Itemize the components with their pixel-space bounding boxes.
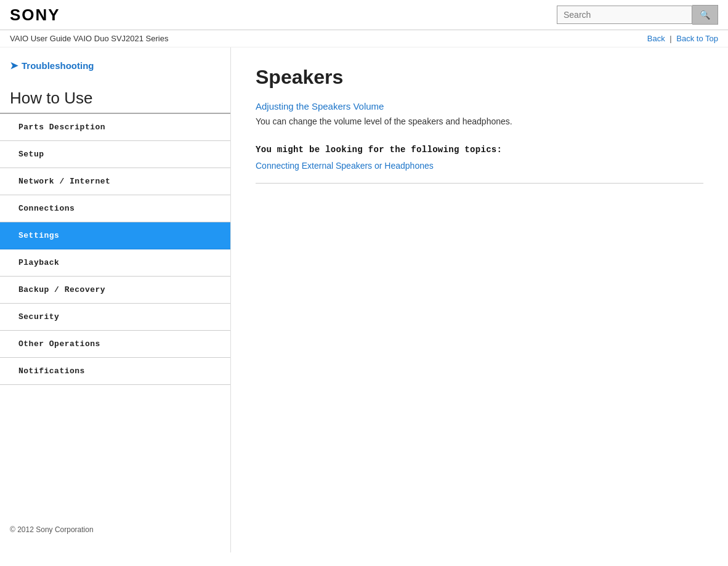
page-title: Speakers: [256, 66, 703, 89]
content-divider: [256, 183, 703, 184]
sidebar-item-notifications[interactable]: Notifications: [0, 358, 230, 385]
back-to-top-link[interactable]: Back to Top: [676, 34, 718, 43]
sidebar-item-parts-description[interactable]: Parts Description: [0, 114, 230, 141]
related-topics-label: You might be looking for the following t…: [256, 145, 703, 155]
sidebar-footer: © 2012 Sony Corporation: [0, 513, 230, 540]
sidebar: ➤ Troubleshooting How to Use Parts Descr…: [0, 47, 231, 552]
sidebar-item-settings[interactable]: Settings: [0, 222, 230, 249]
back-links: Back | Back to Top: [647, 34, 718, 43]
search-area: 🔍: [557, 5, 718, 25]
sidebar-item-network-internet[interactable]: Network / Internet: [0, 168, 230, 195]
troubleshooting-link[interactable]: ➤ Troubleshooting: [10, 60, 220, 71]
guide-text: VAIO User Guide VAIO Duo SVJ2021 Series: [10, 34, 168, 43]
article-description: You can change the volume level of the s…: [256, 116, 703, 126]
sidebar-item-other-operations[interactable]: Other Operations: [0, 331, 230, 358]
chevron-right-icon: ➤: [10, 60, 18, 71]
content-area: Speakers Adjusting the Speakers Volume Y…: [231, 47, 728, 552]
troubleshooting-section: ➤ Troubleshooting: [0, 60, 230, 78]
search-button[interactable]: 🔍: [692, 5, 718, 25]
how-to-use-label: How to Use: [0, 78, 230, 114]
article-link[interactable]: Adjusting the Speakers Volume: [256, 101, 703, 111]
search-input[interactable]: [557, 6, 692, 24]
sidebar-item-security[interactable]: Security: [0, 304, 230, 331]
sidebar-item-playback[interactable]: Playback: [0, 249, 230, 277]
related-link[interactable]: Connecting External Speakers or Headphon…: [256, 161, 703, 171]
sidebar-item-connections[interactable]: Connections: [0, 195, 230, 222]
search-icon: 🔍: [700, 10, 710, 20]
breadcrumb-bar: VAIO User Guide VAIO Duo SVJ2021 Series …: [0, 30, 728, 47]
troubleshooting-label: Troubleshooting: [22, 60, 94, 71]
sony-logo: SONY: [10, 6, 60, 25]
back-link[interactable]: Back: [647, 34, 665, 43]
main-layout: ➤ Troubleshooting How to Use Parts Descr…: [0, 47, 728, 552]
back-separator: |: [669, 34, 671, 43]
copyright-text: © 2012 Sony Corporation: [10, 525, 94, 534]
sidebar-item-backup-recovery[interactable]: Backup / Recovery: [0, 277, 230, 304]
nav-items: Parts Description Setup Network / Intern…: [0, 114, 230, 385]
sidebar-item-setup[interactable]: Setup: [0, 141, 230, 168]
header: SONY 🔍: [0, 0, 728, 30]
